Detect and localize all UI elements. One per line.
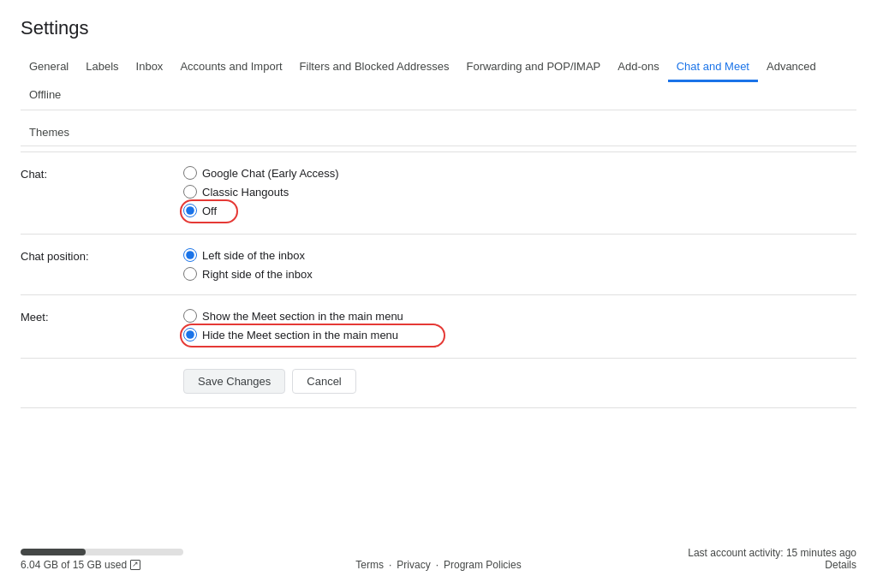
footer-terms-link[interactable]: Terms [355,559,384,571]
chat-option-off-label: Off [202,205,217,217]
chat-radio-classic-hangouts[interactable] [183,185,197,199]
footer-program-policies-link[interactable]: Program Policies [444,559,522,571]
tabs-nav: General Labels Inbox Accounts and Import… [21,53,856,110]
footer-separator-1: · [389,559,391,571]
footer-privacy-link[interactable]: Privacy [397,559,430,571]
meet-option-hide-label: Hide the Meet section in the main menu [202,329,398,342]
footer-separator-2: · [436,559,438,571]
footer-storage: 6.04 GB of 15 GB used [21,549,183,571]
storage-external-link-icon[interactable] [130,560,140,570]
meet-option-show[interactable]: Show the Meet section in the main menu [183,309,856,323]
chat-position-right-label: Right side of the inbox [202,268,313,281]
meet-section: Meet: Show the Meet section in the main … [21,295,856,359]
tab-forwarding[interactable]: Forwarding and POP/IMAP [457,53,609,82]
meet-options: Show the Meet section in the main menu H… [183,309,856,344]
chat-option-google-chat[interactable]: Google Chat (Early Access) [183,166,856,180]
footer: 6.04 GB of 15 GB used Terms · Privacy · … [21,547,856,571]
chat-position-left-label: Left side of the inbox [202,249,305,262]
storage-text: 6.04 GB of 15 GB used [21,559,183,571]
tab-accounts-import[interactable]: Accounts and Import [171,53,290,82]
last-activity-text: Last account activity: 15 minutes ago [688,547,856,559]
tab-chat-meet[interactable]: Chat and Meet [668,53,758,82]
chat-section: Chat: Google Chat (Early Access) Classic… [21,152,856,235]
meet-radio-show[interactable] [183,309,197,323]
cancel-button[interactable]: Cancel [292,369,355,394]
meet-option-hide[interactable]: Hide the Meet section in the main menu [183,328,398,342]
chat-position-radio-right[interactable] [183,267,197,281]
meet-label: Meet: [21,309,183,324]
tab-general[interactable]: General [21,53,77,82]
footer-activity: Last account activity: 15 minutes ago De… [688,547,856,571]
chat-option-off[interactable]: Off [183,204,217,217]
chat-position-section: Chat position: Left side of the inbox Ri… [21,235,856,295]
chat-radio-google-chat[interactable] [183,166,197,180]
tab-addons[interactable]: Add-ons [609,53,667,82]
meet-radio-hide[interactable] [183,328,197,342]
tab-offline[interactable]: Offline [21,81,69,110]
chat-option-google-chat-label: Google Chat (Early Access) [202,167,339,180]
tab-inbox[interactable]: Inbox [128,53,172,82]
storage-used-label: 6.04 GB of 15 GB used [21,559,127,571]
page-title: Settings [21,17,856,39]
settings-page: Settings General Labels Inbox Accounts a… [0,0,877,588]
tab-advanced[interactable]: Advanced [758,53,825,82]
save-button[interactable]: Save Changes [183,369,285,394]
chat-position-label: Chat position: [21,248,183,263]
chat-position-radio-left[interactable] [183,248,197,262]
chat-position-right[interactable]: Right side of the inbox [183,267,856,281]
chat-position-options: Left side of the inbox Right side of the… [183,248,856,281]
footer-details-link[interactable]: Details [825,559,856,571]
tab-themes[interactable]: Themes [21,119,856,146]
save-cancel-row: Save Changes Cancel [21,359,856,408]
meet-option-show-label: Show the Meet section in the main menu [202,310,403,323]
settings-content: Chat: Google Chat (Early Access) Classic… [21,152,856,408]
storage-bar-fill [21,549,86,555]
chat-options: Google Chat (Early Access) Classic Hango… [183,166,856,220]
chat-option-classic-hangouts[interactable]: Classic Hangouts [183,185,856,199]
tab-labels[interactable]: Labels [77,53,127,82]
themes-row: Themes [21,110,856,152]
chat-position-left[interactable]: Left side of the inbox [183,248,856,262]
chat-option-classic-hangouts-label: Classic Hangouts [202,186,289,199]
chat-label: Chat: [21,166,183,181]
chat-radio-off[interactable] [183,204,197,217]
tab-filters[interactable]: Filters and Blocked Addresses [291,53,458,82]
footer-links: Terms · Privacy · Program Policies [355,559,521,571]
storage-bar [21,549,183,555]
